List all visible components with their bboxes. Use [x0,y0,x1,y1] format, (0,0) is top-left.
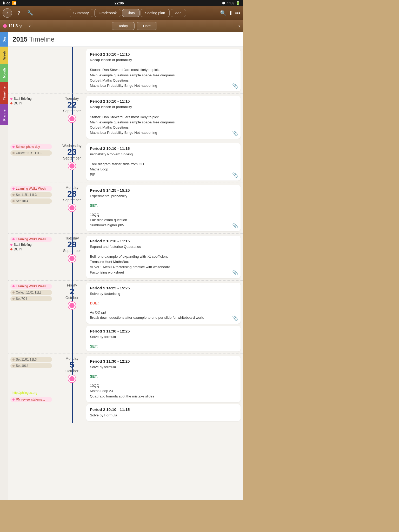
timeline-row-sep29: Learning Walks Week Staff Briefing DUTY … [8,234,243,281]
card-oct2-p5: Period 5 14:25 - 15:25 Solve by factoris… [86,283,241,324]
event-set-10l4-oct5: Set 10L4 [10,363,52,368]
bluetooth-icon: ✱ [222,1,225,5]
sidebar-tab-week[interactable]: Week [0,47,8,64]
sidebar-tab-month[interactable]: Month [0,64,8,82]
paperclip-sep23: 📎 [232,172,238,178]
card-sep22-p2: Period 2 10:10 - 11:15 Recap lesson of p… [86,96,241,138]
main-content: Day Week Month Timeline Planner 2015 Tim… [0,32,243,500]
dot-duty [10,102,12,104]
cards-sep23: Period 2 10:10 - 11:15 Probability Probl… [84,141,243,183]
help-button[interactable]: ? [14,8,23,18]
timeline-circle-sep22 [68,115,76,122]
tab-seating[interactable]: Seating plan [141,9,170,17]
wifi-icon: 📶 [12,1,16,5]
event-set-11r1-sep28: Set 11R1 11L3 [10,192,52,197]
event-set-7c4: Set 7C4 [10,296,52,301]
status-bar: iPad 📶 22:06 ✱ 44% 🔋 [0,0,243,6]
filter-icon[interactable]: ▽ [19,24,22,28]
class-label: 11L3 [8,24,18,28]
today-button[interactable]: Today [112,22,134,30]
event-learning-walks-oct2: Learning Walks Week [10,284,52,289]
timeline-circle-oct5 [68,375,76,382]
tab-gradebook[interactable]: Gradebook [94,9,121,17]
nav-right-icons: 🔍 ⬆ ••• [220,10,241,16]
events-sep28: Learning Walks Week Set 11R1 11L3 Set 10… [8,183,60,233]
status-right: ✱ 44% 🔋 [222,1,240,5]
back-button[interactable]: ‹ [3,8,12,18]
tab-diary[interactable]: Diary [122,9,139,17]
timeline-row-sep28: Learning Walks Week Set 11R1 11L3 Set 10… [8,183,243,234]
full-timeline: Staff Briefing DUTY Tuesday 22 September… [8,94,243,423]
sidebar-tab-day[interactable]: Day [0,32,8,47]
event-learning-walks-sep28: Learning Walks Week [10,186,52,191]
nav-bar: ‹ ? 🔧 Summary Gradebook Diary Seating pl… [0,6,243,20]
search-icon[interactable]: 🔍 [220,10,227,16]
timeline-circle-oct2 [68,302,76,309]
sidebar-tab-timeline[interactable]: Timeline [0,82,8,104]
top-right-cards: Period 2 10:10 - 11:15 Recap lesson of p… [84,47,243,94]
status-left: iPad 📶 [3,1,16,5]
event-set-10l4-sep28: Set 10L4 [10,198,52,204]
timeline-circle-sep23 [68,162,76,170]
tab-summary[interactable]: Summary [69,9,93,17]
event-photo-day: School photo day [10,144,52,149]
nav-tabs: Summary Gradebook Diary Seating plan ○○○ [37,9,218,17]
card-sep28-p5: Period 5 14:25 - 15:25 Experimental prob… [86,185,241,231]
dot-staff-briefing [10,98,12,100]
card-sep23-p2: Period 2 10:10 - 11:15 Probability Probl… [86,143,241,181]
event-pm-review: PM review stateme... [10,397,52,402]
philogos-link[interactable]: http://philogos.org [10,390,39,396]
top-event-card: Period 2 10:10 - 11:15 Recap lesson of p… [86,49,241,91]
sidebar-tab-planner[interactable]: Planner [0,104,8,125]
event-learning-walks-sep29: Learning Walks Week [10,237,52,242]
events-sep29: Learning Walks Week Staff Briefing DUTY [8,234,60,280]
paperclip-sep29: 📎 [232,270,238,276]
card-oct5-p3: Period 3 11:30 - 12:25 Solve by formula … [86,356,241,402]
share-icon[interactable]: ⬆ [229,10,233,16]
event-collect-11r1: Collect 11R1 11L3 [10,150,52,156]
paperclip-oct2-p5: 📎 [232,315,238,321]
prev-arrow[interactable]: ‹ [29,23,31,29]
card-oct2-p3: Period 3 11:30 - 12:25 Solve by formula … [86,326,241,351]
next-arrow[interactable]: › [238,23,240,29]
paperclip-icon: 📎 [232,83,238,89]
cards-sep28: Period 5 14:25 - 15:25 Experimental prob… [84,183,243,233]
events-sep23: School photo day Collect 11R1 11L3 [8,141,60,183]
sub-nav: 11L3 ▽ ‹ Today Date › [0,20,243,32]
ipad-label: iPad [3,1,10,5]
cards-oct5: Period 3 11:30 - 12:25 Solve by formula … [84,354,243,423]
paperclip-sep28: 📎 [232,223,238,229]
date-button[interactable]: Date [137,22,157,30]
event-set-11r1-oct5: Set 11R1 11L3 [10,357,52,362]
sub-nav-center: Today Date [34,22,236,30]
timeline-row-sep23: School photo day Collect 11R1 11L3 Wedne… [8,141,243,183]
paperclip-sep22: 📎 [232,130,238,136]
timeline-label: Timeline [29,35,55,43]
event-duty-sep29: DUTY [10,248,58,251]
timeline-row-oct5: Set 11R1 11L3 Set 10L4 http://philogos.o… [8,354,243,423]
event-duty-sep22: DUTY [10,102,58,105]
cards-sep29: Period 2 10:10 - 11:15 Expand and factor… [84,234,243,280]
event-staff-briefing-sep29: Staff Briefing [10,243,58,247]
cards-oct2: Period 5 14:25 - 15:25 Solve by factoris… [84,281,243,354]
class-dot [3,24,7,28]
overflow-icon[interactable]: ••• [235,10,241,16]
card-sep29-p2: Period 2 10:10 - 11:15 Expand and factor… [86,236,241,278]
events-sep22: Staff Briefing DUTY [8,94,60,141]
battery-icon: 🔋 [236,1,240,5]
tab-more[interactable]: ○○○ [171,9,186,17]
timeline-circle-sep29 [68,255,76,262]
event-collect-oct2: Collect 11R1 11L3 [10,290,52,295]
timeline-row-oct2: Learning Walks Week Collect 11R1 11L3 Se… [8,281,243,354]
top-card-body: Starter: Don Steward Jars most likely to… [90,67,237,88]
top-left-events [8,47,60,94]
settings-button[interactable]: 🔧 [25,8,35,18]
status-time: 22:06 [115,1,124,5]
sidebar-tabs: Day Week Month Timeline Planner [0,32,8,500]
timeline-area: 2015 Timeline Period 2 10:10 - 11:15 Rec… [8,32,243,500]
top-card-subtitle: Recap lesson of probability [90,57,237,63]
year-label: 2015 [12,35,28,43]
timeline-circle-sep28 [68,204,76,211]
timeline-row-sep22: Staff Briefing DUTY Tuesday 22 September… [8,94,243,141]
class-badge: 11L3 ▽ [3,24,22,28]
